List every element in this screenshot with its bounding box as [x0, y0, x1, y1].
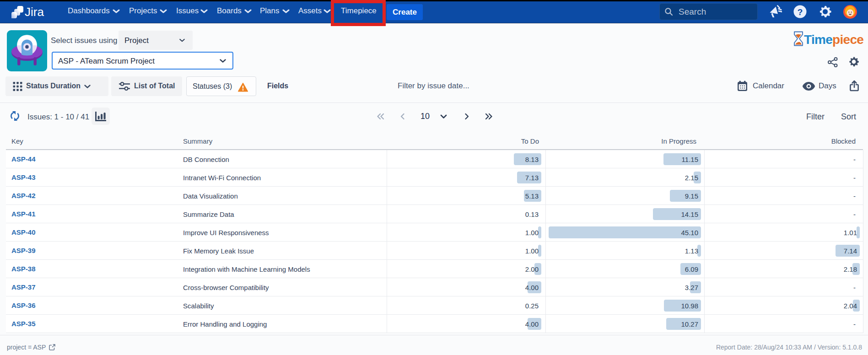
- svg-text:?: ?: [798, 7, 803, 17]
